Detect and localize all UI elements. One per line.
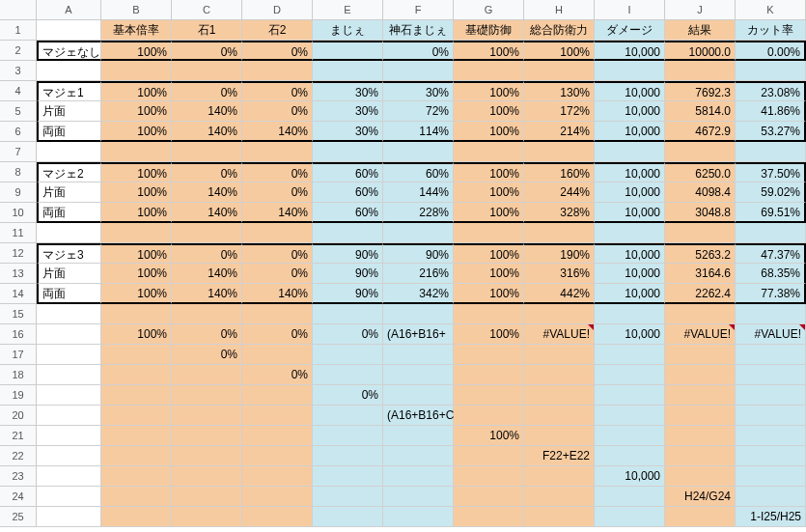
cell-I23[interactable]: 10,000 [595, 466, 665, 487]
cell-F4[interactable]: 30% [383, 81, 454, 101]
row-header-13[interactable]: 13 [0, 264, 37, 284]
cell-D13[interactable]: 0% [242, 264, 313, 284]
cell-I13[interactable]: 10,000 [595, 264, 665, 284]
cell-H23[interactable] [524, 466, 595, 487]
cell-H24[interactable] [524, 487, 595, 507]
cell-A21[interactable] [37, 426, 101, 446]
cell-C20[interactable] [172, 406, 242, 426]
col-header-C[interactable]: C [172, 0, 242, 20]
cell-G10[interactable]: 100% [454, 203, 524, 223]
cell-C19[interactable] [172, 385, 242, 406]
cell-A9[interactable]: 片面 [37, 182, 101, 203]
row-header-8[interactable]: 8 [0, 162, 37, 182]
cell-J7[interactable] [665, 142, 736, 162]
cell-F7[interactable] [383, 142, 454, 162]
cell-C14[interactable]: 140% [172, 284, 242, 304]
cell-E20[interactable] [313, 406, 383, 426]
cell-J16[interactable]: #VALUE! [665, 324, 736, 345]
row-header-3[interactable]: 3 [0, 61, 37, 81]
cell-K25[interactable]: 1-I25/H25 [736, 507, 806, 527]
cell-A6[interactable]: 両面 [37, 122, 101, 142]
cell-H9[interactable]: 244% [524, 182, 595, 203]
cell-D8[interactable]: 0% [242, 162, 313, 182]
cell-C5[interactable]: 140% [172, 101, 242, 122]
cell-D23[interactable] [242, 466, 313, 487]
cell-I3[interactable] [595, 61, 665, 81]
col-header-I[interactable]: I [595, 0, 665, 20]
cell-H12[interactable]: 190% [524, 243, 595, 264]
col-header-D[interactable]: D [242, 0, 313, 20]
cell-D3[interactable] [242, 61, 313, 81]
cell-B19[interactable] [101, 385, 172, 406]
cell-H19[interactable] [524, 385, 595, 406]
cell-A4[interactable]: マジェ1 [37, 81, 101, 101]
col-header-K[interactable]: K [736, 0, 806, 20]
cell-K3[interactable] [736, 61, 806, 81]
cell-E13[interactable]: 90% [313, 264, 383, 284]
cell-B6[interactable]: 100% [101, 122, 172, 142]
cell-D5[interactable]: 0% [242, 101, 313, 122]
cell-G13[interactable]: 100% [454, 264, 524, 284]
cell-F13[interactable]: 216% [383, 264, 454, 284]
cell-K16[interactable]: #VALUE! [736, 324, 806, 345]
cell-G15[interactable] [454, 304, 524, 324]
cell-I10[interactable]: 10,000 [595, 203, 665, 223]
row-header-10[interactable]: 10 [0, 203, 37, 223]
cell-D2[interactable]: 0% [242, 41, 313, 61]
cell-A8[interactable]: マジェ2 [37, 162, 101, 182]
cell-K18[interactable] [736, 365, 806, 385]
row-header-19[interactable]: 19 [0, 385, 37, 406]
col-header-J[interactable]: J [665, 0, 736, 20]
cell-I6[interactable]: 10,000 [595, 122, 665, 142]
cell-D6[interactable]: 140% [242, 122, 313, 142]
cell-I22[interactable] [595, 446, 665, 466]
cell-J5[interactable]: 5814.0 [665, 101, 736, 122]
cell-F23[interactable] [383, 466, 454, 487]
cell-I15[interactable] [595, 304, 665, 324]
cell-D11[interactable] [242, 223, 313, 243]
cell-E23[interactable] [313, 466, 383, 487]
cell-J10[interactable]: 3048.8 [665, 203, 736, 223]
cell-I18[interactable] [595, 365, 665, 385]
cell-I20[interactable] [595, 406, 665, 426]
cell-C10[interactable]: 140% [172, 203, 242, 223]
row-header-2[interactable]: 2 [0, 41, 37, 61]
cell-E6[interactable]: 30% [313, 122, 383, 142]
cell-I4[interactable]: 10,000 [595, 81, 665, 101]
cell-H21[interactable] [524, 426, 595, 446]
cell-B9[interactable]: 100% [101, 182, 172, 203]
cell-A10[interactable]: 両面 [37, 203, 101, 223]
cell-G22[interactable] [454, 446, 524, 466]
cell-I24[interactable] [595, 487, 665, 507]
cell-E19[interactable]: 0% [313, 385, 383, 406]
cell-A19[interactable] [37, 385, 101, 406]
cell-E10[interactable]: 60% [313, 203, 383, 223]
cell-C12[interactable]: 0% [172, 243, 242, 264]
cell-G14[interactable]: 100% [454, 284, 524, 304]
cell-F1[interactable]: 神石まじぇ [383, 20, 454, 41]
cell-B23[interactable] [101, 466, 172, 487]
cell-B12[interactable]: 100% [101, 243, 172, 264]
cell-D16[interactable]: 0% [242, 324, 313, 345]
cell-A7[interactable] [37, 142, 101, 162]
cell-F25[interactable] [383, 507, 454, 527]
cell-G16[interactable]: 100% [454, 324, 524, 345]
row-header-17[interactable]: 17 [0, 345, 37, 365]
cell-D9[interactable]: 0% [242, 182, 313, 203]
cell-J6[interactable]: 4672.9 [665, 122, 736, 142]
cell-G17[interactable] [454, 345, 524, 365]
cell-J1[interactable]: 結果 [665, 20, 736, 41]
cell-F15[interactable] [383, 304, 454, 324]
cell-K13[interactable]: 68.35% [736, 264, 806, 284]
cell-G8[interactable]: 100% [454, 162, 524, 182]
row-header-6[interactable]: 6 [0, 122, 37, 142]
cell-K20[interactable] [736, 406, 806, 426]
cell-B16[interactable]: 100% [101, 324, 172, 345]
cell-H2[interactable]: 100% [524, 41, 595, 61]
cell-J25[interactable] [665, 507, 736, 527]
cell-E1[interactable]: まじぇ [313, 20, 383, 41]
cell-C16[interactable]: 0% [172, 324, 242, 345]
col-header-G[interactable]: G [454, 0, 524, 20]
cell-J18[interactable] [665, 365, 736, 385]
cell-I11[interactable] [595, 223, 665, 243]
